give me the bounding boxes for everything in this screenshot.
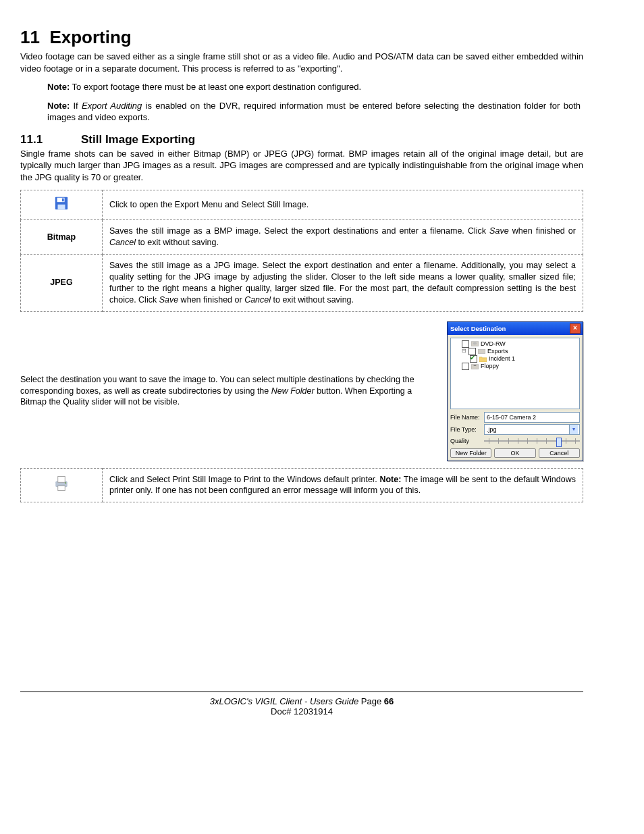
select-destination-dialog: Select Destination × DVD-RW ⊟ Exports In…	[447, 321, 583, 461]
footer-page-number: 66	[384, 696, 394, 706]
file-type-label: File Type:	[450, 426, 481, 433]
quality-row: Quality	[450, 436, 580, 446]
tree-item-dvdrw[interactable]: DVD-RW	[454, 340, 576, 348]
svg-rect-3	[62, 199, 64, 202]
table-row: Click to open the Export Menu and Select…	[21, 190, 583, 220]
subsection-intro: Single frame shots can be saved in eithe…	[20, 148, 583, 184]
table-row: Click and Select Print Still Image to Pr…	[21, 468, 583, 502]
note-2: Note: If Export Auditing is enabled on t…	[47, 100, 581, 124]
file-name-label: File Name:	[450, 414, 481, 421]
dialog-title: Select Destination	[450, 325, 506, 332]
svg-rect-10	[58, 476, 65, 482]
svg-rect-8	[474, 365, 477, 366]
table-row: JPEG Saves the still image as a JPG imag…	[21, 255, 583, 312]
file-name-row: File Name: 6-15-07 Camera 2	[450, 412, 580, 423]
ok-button[interactable]: OK	[494, 448, 535, 458]
print-description: Click and Select Print Still Image to Pr…	[103, 468, 583, 502]
file-type-dropdown[interactable]: .jpg	[484, 424, 580, 435]
section-number: 11	[20, 27, 40, 47]
destination-instructions: Select the destination you want to save …	[20, 374, 433, 409]
tree-item-incident1[interactable]: Incident 1	[454, 355, 576, 363]
dialog-titlebar: Select Destination ×	[448, 322, 583, 335]
footer-doc-number: Doc# 12031914	[271, 706, 333, 716]
file-name-field[interactable]: 6-15-07 Camera 2	[484, 412, 580, 423]
page-footer: 3xLOGIC's VIGIL Client - Users Guide Pag…	[20, 692, 583, 716]
floppy-drive-icon	[471, 363, 479, 370]
cancel-button[interactable]: Cancel	[539, 448, 580, 458]
checkbox-icon[interactable]	[462, 340, 469, 348]
note-text: To export footage there must be at least…	[70, 82, 361, 92]
section-title: Exporting	[49, 27, 131, 47]
jpeg-description: Saves the still image as a JPG image. Se…	[103, 255, 583, 312]
destination-tree[interactable]: DVD-RW ⊟ Exports Incident 1 Floppy	[450, 338, 580, 409]
svg-rect-6	[478, 350, 485, 353]
svg-point-5	[473, 342, 477, 345]
print-table: Click and Select Print Still Image to Pr…	[20, 468, 583, 503]
dialog-buttons: New Folder OK Cancel	[450, 448, 580, 458]
file-type-row: File Type: .jpg	[450, 424, 580, 435]
destination-row: Select the destination you want to save …	[20, 321, 583, 461]
folder-icon	[479, 356, 487, 363]
checkbox-icon[interactable]	[470, 355, 477, 363]
subsection-number: 11.1	[20, 133, 81, 147]
bitmap-label: Bitmap	[21, 220, 103, 255]
printer-icon-cell	[21, 468, 103, 502]
tree-item-floppy[interactable]: Floppy	[454, 363, 576, 370]
quality-label: Quality	[450, 438, 481, 444]
bitmap-description: Saves the still image as a BMP image. Se…	[103, 220, 583, 255]
floppy-disk-icon	[54, 196, 69, 211]
disk-row-text: Click to open the Export Menu and Select…	[103, 190, 583, 220]
printer-icon	[52, 486, 71, 495]
svg-rect-11	[58, 486, 65, 490]
drive-icon	[478, 348, 485, 355]
footer-product: 3xLOGIC's VIGIL Client - Users Guide	[210, 696, 358, 706]
section-heading: 11 Exporting	[20, 27, 583, 48]
note-feature-name: Export Auditing	[82, 101, 142, 111]
new-folder-button[interactable]: New Folder	[450, 448, 491, 458]
note-label: Note:	[47, 101, 70, 111]
close-icon[interactable]: ×	[570, 323, 581, 334]
note-1: Note: To export footage there must be at…	[47, 81, 581, 93]
subsection-heading: 11.1Still Image Exporting	[20, 133, 583, 147]
intro-paragraph: Video footage can be saved either as a s…	[20, 51, 583, 74]
table-row: Bitmap Saves the still image as a BMP im…	[21, 220, 583, 255]
checkbox-icon[interactable]	[462, 363, 469, 370]
footer-page-word: Page	[358, 696, 384, 706]
note-label: Note:	[47, 82, 70, 92]
quality-slider[interactable]	[484, 436, 580, 446]
export-options-table: Click to open the Export Menu and Select…	[20, 190, 583, 311]
subsection-title: Still Image Exporting	[81, 133, 195, 146]
svg-point-12	[65, 482, 66, 484]
jpeg-label: JPEG	[21, 255, 103, 312]
disk-icon-cell	[21, 190, 103, 220]
svg-rect-2	[58, 205, 65, 209]
dvd-drive-icon	[471, 340, 479, 347]
note-text: If	[70, 101, 82, 111]
